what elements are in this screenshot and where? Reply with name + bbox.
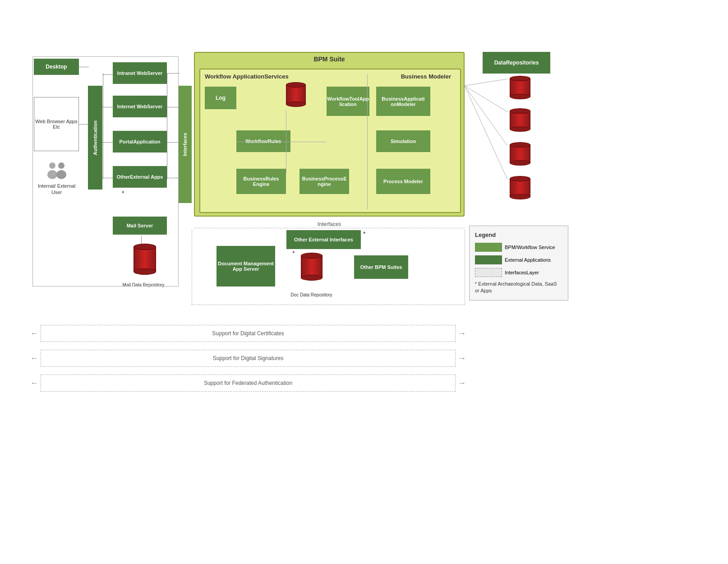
support-digital-sigs: ← Support for Digital Signatures →	[41, 350, 456, 367]
log-box: Log	[205, 87, 236, 109]
repo-connector-lines	[465, 50, 514, 217]
legend-title: Legend	[475, 231, 562, 238]
interfaces-left-box: Interfaces	[178, 86, 192, 203]
svg-line-7	[465, 86, 507, 180]
interfaces-bottom-label: Interfaces	[194, 221, 465, 227]
doc-db	[301, 253, 323, 281]
legend-external-apps: External Applications	[475, 255, 562, 264]
asterisk-interfaces: *	[363, 230, 365, 237]
bpm-divider	[367, 74, 368, 209]
svg-line-6	[465, 86, 507, 146]
legend-box: Legend BPM/Workflow Service External App…	[469, 226, 568, 300]
mail-db	[134, 244, 156, 275]
workflow-tool-app-box: WorkflowToolApp lication	[327, 87, 369, 116]
data-repositories-box: DataRepositories	[483, 52, 550, 74]
doc-db-label: Doc Data Repository	[288, 292, 335, 297]
bpm-db	[286, 82, 306, 107]
workflow-rules-box: WorkflowRules	[236, 130, 290, 152]
connector-bpm-doc-left	[192, 230, 192, 305]
support-digital-certs: ← Support for Digital Certificates →	[41, 325, 456, 342]
connector-h1	[236, 142, 327, 142]
doc-management-box: Document Management App Server	[217, 246, 275, 287]
svg-line-5	[465, 86, 507, 112]
diagram-container: Desktop Web Browser Apps Etc Internal/ E…	[0, 0, 728, 564]
repo-db-4	[510, 176, 530, 199]
business-process-engine-box: BusinessProcessE ngine	[299, 169, 349, 194]
other-bpm-suites-box: Other BPM Suites	[354, 255, 408, 279]
legend-interfaces-layer: InterfacesLayer	[475, 268, 562, 277]
repo-db-3	[510, 142, 530, 166]
bpm-inner: Workflow ApplicationServices Business Mo…	[199, 69, 461, 213]
legend-external-note: * External Archaeological Data, SaaS or …	[475, 281, 562, 295]
connector-v1	[286, 110, 286, 173]
workflow-app-services-label: Workflow ApplicationServices	[205, 73, 289, 80]
business-rules-engine-box: BusinessRules Engine	[236, 169, 286, 194]
repo-db-2	[510, 108, 530, 132]
support-federated-auth: ← Support for Federated Authentication →	[41, 374, 456, 392]
legend-bpm-workflow: BPM/Workflow Service	[475, 243, 562, 252]
business-app-modeler-box: BusinessApplicati onModeler	[376, 87, 430, 116]
repo-db-1	[510, 76, 530, 99]
left-section-border	[32, 56, 179, 287]
simulation-box: Simulation	[376, 130, 430, 152]
svg-line-4	[465, 79, 507, 86]
business-modeler-label: Business Modeler	[401, 73, 451, 80]
connector-doc-bottom	[192, 305, 465, 305]
bpm-suite-outer: BPM Suite Workflow ApplicationServices B…	[194, 52, 465, 217]
interfaces-dashed	[194, 228, 465, 228]
asterisk-doc-db: *	[292, 250, 295, 257]
other-external-interfaces-box: Other External Interfaces	[286, 230, 361, 249]
connector-bpm-doc-right	[465, 230, 465, 305]
bpm-suite-label: BPM Suite	[195, 53, 464, 65]
process-modeler-box: Process Modeler	[376, 169, 430, 194]
